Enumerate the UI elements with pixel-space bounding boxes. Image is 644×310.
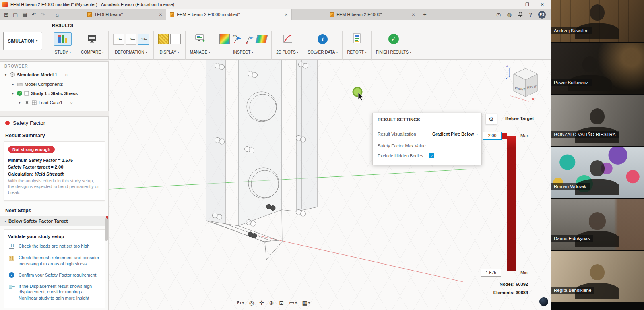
- deformation-none-icon[interactable]: 0: [113, 34, 124, 45]
- report-button[interactable]: REPORT▾: [343, 30, 370, 54]
- document-cube-icon: [330, 12, 334, 17]
- app-grid-icon[interactable]: ⊞: [4, 12, 8, 18]
- below-target-section-row[interactable]: ▾ Below Safety Factor Target: [0, 216, 108, 226]
- report-icon: [352, 33, 362, 45]
- notifications-icon[interactable]: [518, 12, 523, 17]
- restore-button[interactable]: ❐: [521, 2, 533, 7]
- undo-icon[interactable]: ↶: [32, 12, 36, 18]
- zoom-icon[interactable]: ⊕: [269, 300, 274, 306]
- ribbon-divider: [108, 31, 109, 60]
- help-icon[interactable]: ?: [529, 12, 532, 18]
- job-status-icon[interactable]: ◷: [496, 12, 501, 18]
- legend-min-value[interactable]: 1.575: [481, 269, 501, 277]
- tab-fem-h-beam-modified[interactable]: FEM H beam 2 F4000 modified* ✕: [166, 9, 292, 20]
- browser-item-simulation-model[interactable]: ▾ Simulation Model 1 ○: [0, 70, 108, 79]
- study-button[interactable]: STUDY▾: [50, 30, 75, 54]
- caret-right-icon[interactable]: ▸: [11, 82, 15, 86]
- browser-item-model-components[interactable]: ▸ Model Components: [0, 79, 108, 89]
- display-group[interactable]: DISPLAY▾: [155, 30, 184, 54]
- caret-down-icon: ▾: [36, 39, 37, 43]
- view-cube[interactable]: Z FRONT RIGHT ✕: [504, 62, 546, 104]
- exclude-hidden-checkbox[interactable]: ✓: [429, 153, 434, 158]
- contour-result-icon[interactable]: [219, 34, 230, 44]
- h-beam-model[interactable]: [206, 60, 317, 260]
- legend-color-bar[interactable]: [507, 136, 516, 271]
- participant-tile[interactable]: GONZALO VALIÑO RIESTRA: [551, 95, 644, 146]
- radio-icon[interactable]: ○: [65, 72, 68, 77]
- conference-sidebar: Andrzej Kawalec Paweł Sułkowicz GONZALO …: [551, 0, 644, 310]
- tab-fem-h-beam[interactable]: FEM H beam 2 F4000* ✕: [326, 9, 419, 20]
- finish-results-button[interactable]: ✓ FINISH RESULTS▾: [372, 30, 415, 54]
- look-at-icon[interactable]: ◎: [249, 300, 254, 306]
- inspect-group[interactable]: xyz INSPECT▾: [216, 30, 270, 54]
- info-icon: i: [8, 272, 15, 278]
- legend-swatch-icon[interactable]: [255, 35, 268, 43]
- ribbon-divider: [371, 31, 372, 60]
- participant-tile[interactable]: Andrzej Kawalec: [551, 0, 644, 42]
- display-settings-icon[interactable]: ▭▾: [289, 300, 297, 306]
- tab-bar-right-icons: ◷ ◍ ? PS: [491, 9, 551, 20]
- caret-down-icon[interactable]: ▾: [4, 73, 8, 77]
- floating-chat-bubble[interactable]: [539, 297, 548, 306]
- participant-name: GONZALO VALIÑO RIESTRA: [551, 131, 619, 138]
- tab-close-icon[interactable]: ✕: [412, 12, 415, 17]
- redo-icon[interactable]: ↷: [40, 12, 45, 18]
- result-summary-heading: Result Summary: [0, 129, 108, 141]
- caret-right-icon[interactable]: ▸: [18, 101, 22, 105]
- workspace-selector[interactable]: SIMULATION ▾: [3, 32, 42, 50]
- participant-name: Roman Wdowik: [551, 183, 590, 190]
- tab-close-icon[interactable]: ✕: [159, 12, 162, 17]
- surface-probe-icon[interactable]: [244, 33, 255, 45]
- result-settings-dialog: RESULT SETTINGS Result Visualization Gra…: [372, 113, 482, 165]
- manage-button[interactable]: MANAGE▾: [186, 30, 214, 54]
- radio-icon[interactable]: ○: [70, 100, 73, 105]
- ribbon-divider: [215, 31, 215, 60]
- checklist-item-displacement: If the Displacement result shows high di…: [8, 283, 101, 302]
- layout-grid-icon[interactable]: ▦▾: [302, 300, 310, 306]
- browser-item-study[interactable]: ▾ ✓ Study 1 - Static Stress: [0, 89, 108, 98]
- document-cube-icon: [87, 12, 92, 17]
- orbit-icon[interactable]: ↻▾: [237, 300, 244, 306]
- extensions-icon[interactable]: ◍: [507, 12, 511, 18]
- participant-tile[interactable]: Paweł Sułkowicz: [551, 43, 644, 94]
- solver-data-button[interactable]: i SOLVER DATA▾: [304, 30, 342, 54]
- user-avatar[interactable]: PS: [538, 11, 546, 19]
- participant-name: Darius Eidukynas: [551, 235, 593, 242]
- scrollbar-thumb[interactable]: [105, 218, 108, 241]
- compare-button[interactable]: COMPARE▾: [77, 30, 107, 54]
- legend-max-value[interactable]: 2.00: [483, 132, 502, 140]
- fit-icon[interactable]: ⊡: [279, 300, 284, 306]
- tab-tedi-h-beam[interactable]: TEDI H beam* ✕: [84, 9, 166, 20]
- display-shaded-icon[interactable]: [158, 34, 169, 44]
- fusion-window: FEM H beam 2 F4000 modified* (My center)…: [0, 0, 551, 310]
- deformation-group[interactable]: 0 1 1X DEFORMATION▾: [109, 30, 153, 54]
- legend-settings-gear-icon[interactable]: ⚙: [485, 114, 497, 124]
- 2d-plots-button[interactable]: 2D PLOTS▾: [272, 30, 302, 54]
- viewport-3d[interactable]: Z FRONT RIGHT ✕ RESULT SETTINGS: [109, 60, 551, 310]
- caret-down-icon[interactable]: ▾: [11, 91, 15, 95]
- participant-tile[interactable]: Roman Wdowik: [551, 147, 644, 198]
- min-safety-factor-line: Minimum Safety Factor = 1.575: [8, 157, 101, 163]
- display-mesh-icon[interactable]: [170, 34, 181, 44]
- deformation-scaled-icon[interactable]: 1X: [138, 34, 149, 45]
- max-value-checkbox[interactable]: [429, 143, 434, 148]
- save-icon[interactable]: ▤: [22, 12, 27, 18]
- home-icon[interactable]: ⌂: [56, 12, 59, 18]
- visibility-eye-icon[interactable]: [24, 101, 30, 105]
- tab-close-icon[interactable]: ✕: [285, 12, 288, 17]
- close-button[interactable]: ✕: [536, 2, 548, 7]
- visualization-dropdown[interactable]: Gradient Plot: Below ▾: [429, 130, 481, 138]
- caret-down-icon: ▾: [208, 50, 210, 54]
- study-icon: [24, 91, 29, 96]
- file-menu-icon[interactable]: ▢: [13, 12, 18, 18]
- new-tab-button[interactable]: +: [419, 9, 431, 20]
- participant-tile[interactable]: Darius Eidukynas: [551, 199, 644, 250]
- point-probe-icon[interactable]: xyz: [231, 33, 243, 45]
- status-badge: Not strong enough: [8, 146, 55, 153]
- participant-tile[interactable]: Regita Bendikienė: [551, 251, 644, 302]
- deformation-actual-icon[interactable]: 1: [126, 34, 136, 45]
- minimize-button[interactable]: –: [506, 2, 518, 7]
- browser-item-load-case[interactable]: ▸ Load Case1 ○: [0, 98, 108, 107]
- ribbon-tab-results[interactable]: RESULTS: [52, 23, 73, 28]
- pan-icon[interactable]: ✛: [259, 300, 264, 306]
